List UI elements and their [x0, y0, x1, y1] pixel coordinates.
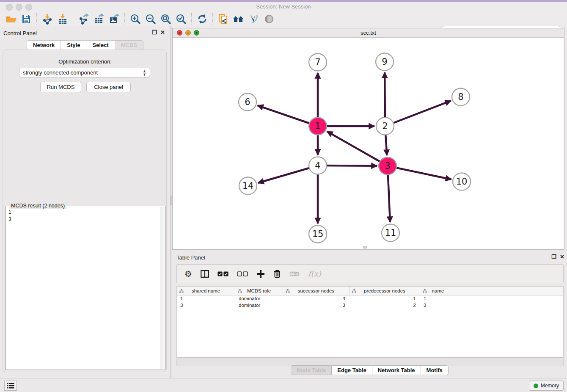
zoom-selected-button[interactable] — [173, 13, 189, 25]
table-cell[interactable]: 3 — [420, 302, 456, 309]
edge-3-10[interactable] — [388, 166, 451, 179]
run-mcds-button[interactable]: Run MCDS — [40, 82, 81, 92]
deselect-all-button[interactable] — [237, 271, 248, 276]
column-header-MCDS-role[interactable]: MCDS role — [235, 287, 283, 295]
network-canvas[interactable]: 1234678910111415 — [173, 38, 564, 249]
tab-edge-table[interactable]: Edge Table — [332, 365, 372, 375]
table-cell[interactable]: dominator — [235, 295, 283, 302]
first-neighbors-button[interactable] — [231, 13, 246, 25]
select-all-button[interactable] — [217, 271, 228, 276]
save-session-button[interactable] — [19, 13, 34, 25]
toolbar-separator — [124, 13, 125, 25]
toolbar-separator — [212, 13, 213, 25]
table-cell[interactable]: dominator — [235, 302, 283, 309]
table-cell[interactable]: 3 — [177, 302, 235, 309]
node-14[interactable]: 14 — [239, 177, 257, 195]
close-panel-button[interactable]: ✕ — [160, 30, 165, 36]
clone-network-button[interactable] — [216, 13, 231, 25]
sort-icon — [352, 289, 356, 293]
tab-network[interactable]: Network — [27, 40, 61, 50]
refresh-style-button[interactable] — [195, 13, 210, 25]
zoom-out-icon — [145, 14, 156, 25]
node-8[interactable]: 8 — [452, 88, 470, 106]
tab-node-table[interactable]: Node Table — [291, 365, 332, 375]
network-view-window: × − + scc.txt 1234678910111415 — [172, 28, 564, 250]
memory-button[interactable]: Memory — [529, 381, 564, 391]
close-table-panel-button[interactable]: ✕ — [560, 254, 564, 260]
column-header-predecessor-nodes[interactable]: predecessor nodes — [350, 287, 420, 295]
zoom-in-icon — [130, 14, 141, 25]
node-1[interactable]: 1 — [309, 118, 327, 135]
table-scrollbar-strip[interactable] — [176, 358, 564, 366]
float-table-panel-button[interactable]: ❐ — [551, 254, 556, 260]
edge-1-6[interactable] — [258, 105, 318, 126]
main-toolbar — [0, 12, 567, 26]
import-table-button[interactable] — [55, 13, 70, 25]
node-10[interactable]: 10 — [453, 173, 471, 190]
zoom-out-button[interactable] — [143, 13, 158, 25]
tab-style[interactable]: Style — [61, 40, 86, 50]
table-cell[interactable]: 1 — [350, 295, 420, 302]
session-title: Session: New Session — [0, 3, 567, 10]
close-mcds-panel-button[interactable]: Close panel — [86, 82, 131, 92]
column-header-successor-nodes[interactable]: successor nodes — [283, 287, 350, 295]
split-view-button[interactable] — [201, 270, 209, 278]
table-cell[interactable]: 3 — [283, 302, 350, 309]
column-label: successor nodes — [298, 288, 334, 293]
table-row[interactable]: 3dominator323 — [177, 302, 563, 309]
node-6[interactable]: 6 — [239, 94, 256, 111]
table-cell[interactable]: 1 — [420, 295, 456, 302]
criterion-select[interactable]: strongly connected component ▲▼ — [19, 68, 150, 77]
result-item: 1 — [8, 209, 160, 216]
import-network-button[interactable] — [40, 13, 55, 25]
node-2[interactable]: 2 — [376, 118, 394, 135]
memory-label: Memory — [541, 383, 559, 389]
sort-icon — [286, 289, 290, 293]
table-cell[interactable]: 1 — [177, 295, 235, 302]
tab-mcds[interactable]: MCDS — [115, 40, 143, 50]
table-row[interactable]: 1dominator411 — [177, 295, 563, 302]
tab-select[interactable]: Select — [86, 40, 115, 50]
node-15[interactable]: 15 — [309, 226, 327, 243]
node-4[interactable]: 4 — [309, 157, 327, 174]
node-label: 2 — [382, 121, 388, 131]
float-panel-button[interactable]: ❐ — [152, 30, 157, 36]
application-window: Session: New Session — [0, 0, 567, 392]
export-table-button[interactable] — [91, 13, 107, 25]
node-label: 10 — [456, 177, 468, 187]
control-panel-title: Control Panel — [3, 30, 37, 36]
tab-motifs[interactable]: Motifs — [421, 365, 449, 375]
mcds-panel-body: Optimization criterion: strongly connect… — [3, 50, 167, 372]
table-cell[interactable]: 4 — [283, 295, 350, 302]
node-7[interactable]: 7 — [309, 54, 327, 71]
export-network-button[interactable] — [76, 13, 91, 25]
edge-3-1[interactable] — [327, 131, 388, 166]
zoom-fit-button[interactable] — [158, 13, 173, 25]
column-label: name — [432, 288, 444, 293]
export-image-icon — [109, 14, 120, 25]
task-history-button[interactable] — [4, 381, 17, 391]
edge-2-8[interactable] — [385, 101, 451, 126]
hide-graphics-button[interactable] — [261, 13, 277, 25]
table-settings-button[interactable]: ⚙ — [184, 270, 192, 278]
node-label: 6 — [245, 97, 250, 107]
column-header-shared-name[interactable]: shared name — [177, 287, 235, 295]
export-image-button[interactable] — [107, 13, 122, 25]
node-label: 9 — [382, 57, 387, 67]
window-resize-grip[interactable] — [363, 246, 367, 248]
zoom-in-button[interactable] — [128, 13, 143, 25]
select-stepper-icon: ▲▼ — [143, 69, 146, 76]
result-scrollbar[interactable] — [160, 207, 165, 369]
delete-column-button[interactable] — [273, 269, 281, 278]
node-11[interactable]: 11 — [382, 224, 399, 242]
network-window-titlebar: × − + scc.txt — [173, 28, 564, 38]
open-folder-icon — [6, 14, 17, 24]
open-session-button[interactable] — [3, 13, 19, 25]
column-header-name[interactable]: name — [420, 287, 456, 295]
vizmapper-button[interactable] — [246, 13, 261, 25]
node-9[interactable]: 9 — [376, 53, 394, 71]
table-cell[interactable]: 2 — [350, 302, 420, 309]
node-3[interactable]: 3 — [379, 157, 396, 175]
add-column-button[interactable] — [256, 270, 265, 278]
tab-network-table[interactable]: Network Table — [372, 365, 421, 375]
